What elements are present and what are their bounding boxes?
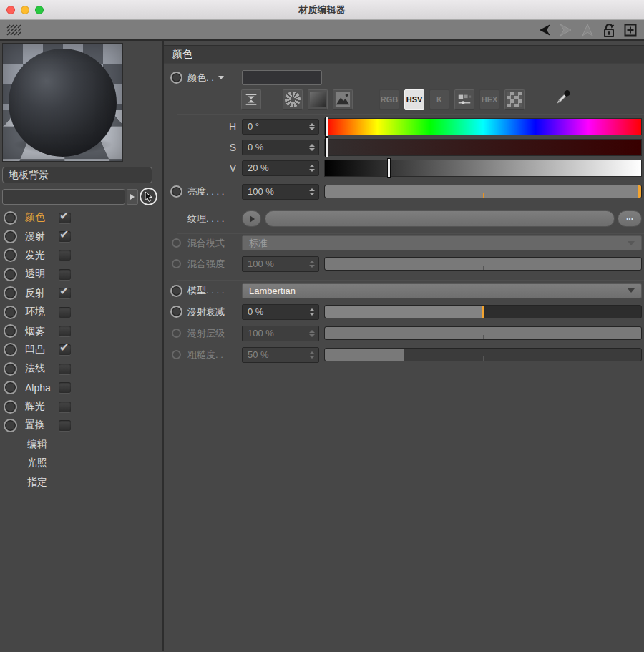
material-name-input[interactable] bbox=[2, 189, 125, 205]
channel-checkbox[interactable]: ✔ bbox=[59, 364, 71, 374]
channel-label[interactable]: 发光 bbox=[25, 249, 59, 262]
page-item-0[interactable]: 编辑 bbox=[2, 435, 160, 454]
channel-radio[interactable] bbox=[4, 381, 17, 394]
mode-hex-button[interactable]: HEX bbox=[479, 89, 499, 110]
channel-label[interactable]: Alpha bbox=[25, 382, 59, 394]
value-handle[interactable] bbox=[387, 158, 391, 178]
color-wheel-icon[interactable] bbox=[283, 89, 303, 110]
mixer-sliders-icon[interactable] bbox=[454, 89, 474, 110]
diffuse-falloff-input[interactable]: 0 % bbox=[242, 304, 319, 320]
channel-item-5[interactable]: 环境✔ bbox=[2, 303, 160, 321]
channel-checkbox[interactable]: ✔ bbox=[59, 307, 71, 318]
channel-radio[interactable] bbox=[4, 324, 17, 338]
channel-radio[interactable] bbox=[4, 286, 17, 300]
saturation-gradient-slider[interactable] bbox=[324, 139, 642, 156]
swatches-icon[interactable] bbox=[504, 89, 525, 110]
channel-label[interactable]: 透明 bbox=[25, 268, 59, 281]
brightness-spinner[interactable] bbox=[309, 188, 315, 195]
channel-radio[interactable] bbox=[4, 419, 17, 432]
name-expand-button[interactable] bbox=[127, 189, 138, 205]
color-radio[interactable] bbox=[170, 72, 182, 84]
channel-label[interactable]: 辉光 bbox=[25, 400, 59, 413]
page-item-2[interactable]: 指定 bbox=[2, 472, 160, 491]
channel-checkbox[interactable]: ✔ bbox=[59, 344, 71, 355]
channel-checkbox[interactable]: ✔ bbox=[59, 382, 71, 393]
value-gradient-slider[interactable] bbox=[324, 160, 642, 177]
hue-input[interactable]: 0 ° bbox=[242, 119, 319, 135]
diffuse-falloff-slider[interactable] bbox=[324, 305, 642, 318]
brightness-radio[interactable] bbox=[170, 185, 182, 198]
drag-handle-icon[interactable] bbox=[4, 21, 23, 39]
channel-checkbox[interactable]: ✔ bbox=[59, 250, 71, 261]
diffuse-falloff-radio[interactable] bbox=[170, 306, 182, 318]
diffuse-falloff-spinner[interactable] bbox=[309, 308, 315, 316]
channel-radio[interactable] bbox=[4, 248, 17, 262]
channel-label[interactable]: 漫射 bbox=[25, 230, 59, 243]
zoom-button[interactable] bbox=[35, 6, 44, 14]
value-spinner[interactable] bbox=[309, 165, 315, 172]
saturation-input[interactable]: 0 % bbox=[242, 140, 319, 155]
channel-radio[interactable] bbox=[4, 230, 17, 243]
page-label[interactable]: 光照 bbox=[27, 457, 47, 469]
channel-label[interactable]: 置换 bbox=[25, 419, 59, 432]
texture-browse-button[interactable]: ... bbox=[618, 210, 642, 227]
channel-radio[interactable] bbox=[4, 211, 17, 225]
channel-item-8[interactable]: 法线✔ bbox=[2, 359, 160, 378]
model-radio[interactable] bbox=[170, 285, 182, 297]
channel-checkbox[interactable]: ✔ bbox=[59, 326, 71, 336]
saturation-handle[interactable] bbox=[325, 137, 328, 157]
value-input[interactable]: 20 % bbox=[242, 160, 319, 176]
channel-item-2[interactable]: 发光✔ bbox=[2, 246, 160, 265]
page-label[interactable]: 编辑 bbox=[27, 438, 47, 451]
hue-spinner[interactable] bbox=[309, 123, 315, 130]
channel-item-7[interactable]: 凹凸✔ bbox=[2, 341, 160, 359]
channel-label[interactable]: 环境 bbox=[25, 306, 59, 318]
channel-label[interactable]: 反射 bbox=[25, 287, 59, 300]
minimize-button[interactable] bbox=[21, 6, 29, 14]
add-icon[interactable] bbox=[621, 21, 640, 39]
diffuse-falloff-handle[interactable] bbox=[482, 306, 484, 318]
channel-label[interactable]: 颜色 bbox=[25, 211, 59, 224]
back-icon[interactable] bbox=[535, 21, 554, 39]
channel-radio[interactable] bbox=[4, 400, 17, 414]
image-picker-icon[interactable] bbox=[333, 89, 353, 110]
preview-scene-select[interactable]: 地板背景 bbox=[2, 167, 152, 183]
channel-item-4[interactable]: 反射✔ bbox=[2, 284, 160, 303]
channel-label[interactable]: 法线 bbox=[25, 362, 59, 375]
mode-k-button[interactable]: K bbox=[429, 89, 449, 110]
model-dropdown[interactable]: Lambertian bbox=[242, 283, 642, 298]
channel-item-0[interactable]: 颜色✔ bbox=[2, 208, 160, 227]
channel-radio[interactable] bbox=[4, 268, 17, 281]
channel-radio[interactable] bbox=[4, 343, 17, 356]
hue-handle[interactable] bbox=[325, 117, 328, 137]
texture-path-field[interactable] bbox=[265, 210, 615, 227]
pick-material-button[interactable] bbox=[140, 188, 157, 205]
channel-checkbox[interactable]: ✔ bbox=[59, 231, 71, 242]
channel-item-3[interactable]: 透明✔ bbox=[2, 265, 160, 283]
channel-checkbox[interactable]: ✔ bbox=[59, 269, 71, 280]
mode-hsv-button[interactable]: HSV bbox=[404, 89, 424, 110]
channel-item-9[interactable]: Alpha✔ bbox=[2, 379, 160, 397]
channel-item-1[interactable]: 漫射✔ bbox=[2, 227, 160, 245]
channel-item-10[interactable]: 辉光✔ bbox=[2, 397, 160, 416]
channel-checkbox[interactable]: ✔ bbox=[59, 213, 71, 223]
brightness-slider[interactable] bbox=[324, 185, 642, 198]
lock-icon[interactable] bbox=[600, 21, 618, 39]
channel-checkbox[interactable]: ✔ bbox=[59, 288, 71, 298]
color-swatch[interactable] bbox=[242, 70, 322, 85]
mode-rgb-button[interactable]: RGB bbox=[379, 89, 399, 110]
brightness-input[interactable]: 100 % bbox=[242, 184, 319, 200]
page-label[interactable]: 指定 bbox=[27, 476, 47, 489]
page-item-1[interactable]: 光照 bbox=[2, 454, 160, 472]
channel-radio[interactable] bbox=[4, 362, 17, 376]
compact-mode-icon[interactable] bbox=[241, 89, 261, 110]
channel-radio[interactable] bbox=[4, 306, 17, 319]
material-preview[interactable] bbox=[2, 43, 123, 162]
eyedropper-icon[interactable] bbox=[552, 87, 573, 112]
spectrum-icon[interactable] bbox=[308, 89, 328, 110]
close-button[interactable] bbox=[6, 6, 15, 14]
chevron-down-icon[interactable] bbox=[218, 76, 224, 79]
texture-expand-button[interactable] bbox=[242, 210, 261, 227]
channel-checkbox[interactable]: ✔ bbox=[59, 402, 71, 412]
channel-label[interactable]: 凹凸 bbox=[25, 344, 59, 356]
